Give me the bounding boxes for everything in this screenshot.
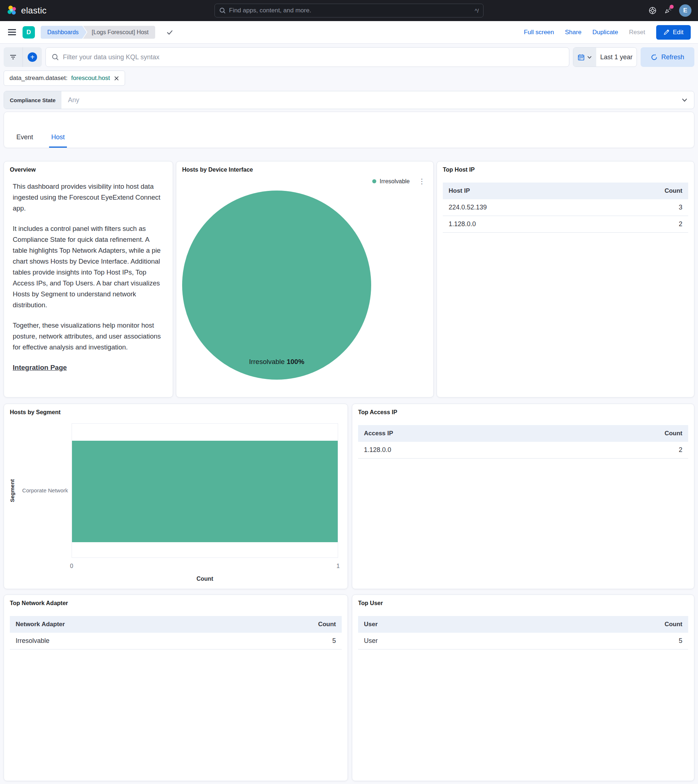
elastic-logo xyxy=(7,5,18,16)
tab-event[interactable]: Event xyxy=(14,133,35,148)
overview-paragraph: It includes a control panel with filters… xyxy=(13,223,165,311)
filter-pill-row: data_stream.dataset: forescout.host xyxy=(3,71,695,86)
column-header-host-ip: Host IP xyxy=(449,187,650,194)
breadcrumb-current-page: [Logs Forescout] Host xyxy=(83,26,155,39)
dashboards-app-icon[interactable]: D xyxy=(23,26,35,38)
filter-pill-field: data_stream.dataset: xyxy=(10,74,67,82)
duplicate-button[interactable]: Duplicate xyxy=(592,29,618,36)
search-icon xyxy=(219,7,226,14)
kql-placeholder: Filter your data using KQL syntax xyxy=(63,53,159,61)
chevron-down-icon xyxy=(587,55,592,59)
help-icon[interactable] xyxy=(649,7,657,15)
newsfeed-icon[interactable] xyxy=(664,7,672,15)
column-header-count: Count xyxy=(650,621,682,628)
panel-title: Top User xyxy=(358,600,688,606)
share-button[interactable]: Share xyxy=(565,29,581,36)
bar-corporate-network[interactable] xyxy=(72,441,338,542)
integration-page-link[interactable]: Integration Page xyxy=(13,364,67,371)
control-label: Compliance State xyxy=(4,91,61,109)
panel-title: Hosts by Device Interface xyxy=(182,166,428,173)
column-header-network-adapter: Network Adapter xyxy=(16,621,303,628)
panel-title: Top Access IP xyxy=(358,409,688,416)
calendar-icon xyxy=(578,54,584,61)
edit-button[interactable]: Edit xyxy=(656,25,691,40)
full-screen-button[interactable]: Full screen xyxy=(524,29,554,36)
search-shortcut-hint: ^/ xyxy=(475,8,479,14)
panel-title: Top Network Adapter xyxy=(10,600,342,606)
compliance-state-control[interactable]: Compliance State Any xyxy=(3,91,695,109)
tabs-panel: Event Host xyxy=(3,112,695,148)
legend-actions-icon[interactable]: ⋮ xyxy=(416,178,428,185)
column-header-access-ip: Access IP xyxy=(364,430,650,437)
table-row: User 5 xyxy=(358,633,688,649)
control-value[interactable]: Any xyxy=(61,96,675,104)
kql-search-input[interactable]: Filter your data using KQL syntax xyxy=(45,47,569,67)
notification-dot xyxy=(670,5,673,9)
global-search-input[interactable]: Find apps, content, and more. ^/ xyxy=(214,3,484,18)
panel-top-access-ip: Top Access IP Access IP Count 1.128.0.0 … xyxy=(352,404,695,589)
breadcrumb-dashboards[interactable]: Dashboards xyxy=(41,26,87,39)
pencil-icon xyxy=(663,29,670,35)
panel-title: Overview xyxy=(10,166,167,173)
x-axis-tick-0: 0 xyxy=(67,563,76,570)
table-row: Irresolvable 5 xyxy=(10,633,342,649)
refresh-button[interactable]: Refresh xyxy=(640,47,695,67)
global-header: elastic Find apps, content, and more. ^/ xyxy=(0,0,698,21)
bar-chart-plot-area xyxy=(72,423,338,558)
overview-paragraph: This dashboard provides visibility into … xyxy=(13,181,165,214)
filter-pill-value: forescout.host xyxy=(71,74,110,82)
breadcrumb: Dashboards [Logs Forescout] Host xyxy=(41,26,155,39)
filter-pill[interactable]: data_stream.dataset: forescout.host xyxy=(3,71,125,86)
chart-legend: Irresolvable ⋮ xyxy=(372,178,428,185)
global-search-placeholder: Find apps, content, and more. xyxy=(229,7,311,14)
overview-paragraph: Together, these visualizations help moni… xyxy=(13,320,165,353)
panel-overview: Overview This dashboard provides visibil… xyxy=(3,161,173,397)
edit-button-label: Edit xyxy=(673,29,683,36)
top-host-ip-table: Host IP Count 224.0.52.139 3 1.128.0.0 2 xyxy=(443,183,688,233)
reset-button[interactable]: Reset xyxy=(629,29,645,36)
panel-top-user: Top User User Count User 5 xyxy=(352,595,695,781)
time-range-value[interactable]: Last 1 year xyxy=(596,48,637,66)
panel-hosts-by-device-interface: Hosts by Device Interface Irresolvable ⋮… xyxy=(176,161,434,397)
calendar-menu-button[interactable] xyxy=(573,48,596,66)
menu-icon[interactable] xyxy=(7,28,17,37)
search-icon xyxy=(52,53,59,61)
table-row: 1.128.0.0 2 xyxy=(358,442,688,458)
column-header-count: Count xyxy=(303,621,336,628)
y-axis-tick-corporate-network: Corporate Network xyxy=(14,487,68,494)
query-bar: + Filter your data using KQL syntax xyxy=(3,47,695,67)
top-network-adapter-table: Network Adapter Count Irresolvable 5 xyxy=(10,616,342,649)
avatar[interactable]: E xyxy=(679,4,691,17)
table-row: 1.128.0.0 2 xyxy=(443,216,688,233)
legend-item-irresolvable[interactable]: Irresolvable xyxy=(380,178,410,185)
filter-icon[interactable] xyxy=(3,47,23,67)
x-axis-label: Count xyxy=(72,576,338,582)
dashboard-grid: Overview This dashboard provides visibil… xyxy=(3,161,695,781)
refresh-icon xyxy=(651,54,658,61)
column-header-user: User xyxy=(364,621,650,628)
panel-title: Top Host IP xyxy=(443,166,688,173)
table-header: Access IP Count xyxy=(358,425,688,442)
column-header-count: Count xyxy=(650,430,682,437)
close-icon[interactable] xyxy=(114,76,119,81)
table-header: Host IP Count xyxy=(443,183,688,199)
saved-check-icon[interactable] xyxy=(166,29,173,36)
time-range-picker: Last 1 year xyxy=(573,47,637,67)
panel-hosts-by-segment: Hosts by Segment Segment Corporate Netwo… xyxy=(3,404,348,589)
pie-slice-irresolvable[interactable] xyxy=(182,191,371,380)
add-control-button[interactable]: + xyxy=(23,47,42,67)
table-header: User Count xyxy=(358,616,688,633)
table-header: Network Adapter Count xyxy=(10,616,342,633)
plus-icon: + xyxy=(28,53,37,62)
panel-title: Hosts by Segment xyxy=(10,409,342,416)
brand: elastic xyxy=(7,5,115,16)
pie-slice-label: Irresolvable 100% xyxy=(182,358,371,366)
tab-host[interactable]: Host xyxy=(49,133,67,148)
table-row: 224.0.52.139 3 xyxy=(443,199,688,216)
top-user-table: User Count User 5 xyxy=(358,616,688,649)
column-header-count: Count xyxy=(650,187,682,194)
panel-top-network-adapter: Top Network Adapter Network Adapter Coun… xyxy=(3,595,348,781)
legend-color-dot xyxy=(372,179,376,183)
filter-button-group: + xyxy=(3,47,42,67)
refresh-label: Refresh xyxy=(661,53,684,61)
